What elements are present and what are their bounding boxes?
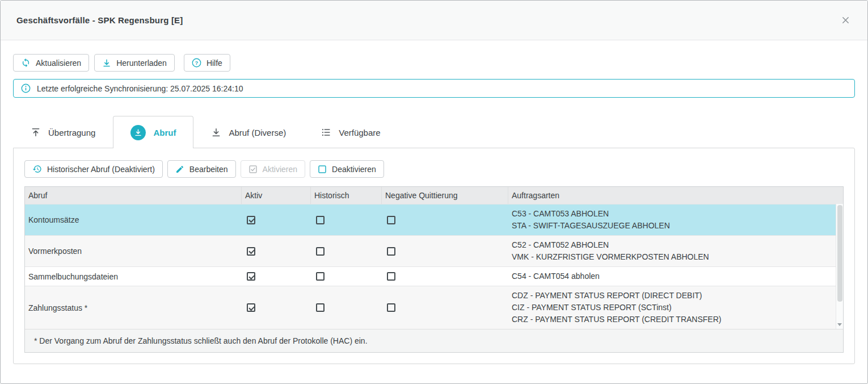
close-icon — [841, 16, 850, 24]
table-row[interactable]: Zahlungsstatus * CDZ - PAYMENT STATUS RE… — [25, 286, 843, 329]
checkbox-historisch[interactable] — [316, 247, 325, 256]
title-bar: Geschäftsvorfälle - SPK Regensburg [E] — [1, 1, 867, 40]
checkbox-negative-quittierung[interactable] — [387, 303, 395, 312]
activate-button-label: Aktivieren — [263, 165, 297, 174]
column-header-historisch: Historisch — [311, 187, 382, 204]
download-button-label: Herunterladen — [116, 59, 167, 68]
toolbar: Aktualisieren Herunterladen ? Hilfe — [13, 54, 855, 72]
deactivate-button[interactable]: Deaktivieren — [310, 160, 384, 178]
table-header: Abruf Aktiv Historisch Negative Quittier… — [25, 187, 843, 204]
list-icon — [321, 127, 331, 137]
tab-abruf-diverse[interactable]: Abruf (Diverse) — [193, 116, 304, 148]
download-circle-icon — [130, 125, 146, 140]
cell-auftragsarten: C52 - CAMT052 ABHOLEN VMK - KURZFRISTIGE… — [508, 236, 843, 266]
orders-table: Abruf Aktiv Historisch Negative Quittier… — [24, 186, 844, 353]
checkbox-historisch[interactable] — [316, 303, 325, 312]
table-actions: Historischer Abruf (Deaktiviert) Bearbei… — [24, 160, 844, 178]
checkbox-aktiv[interactable] — [247, 247, 255, 256]
tab-verfuegbare[interactable]: Verfügbare — [304, 116, 398, 148]
cell-auftragsarten: C53 - CAMT053 ABHOLEN STA - SWIFT-TAGESA… — [508, 204, 843, 235]
download-button[interactable]: Herunterladen — [94, 54, 175, 72]
edit-button-label: Bearbeiten — [189, 165, 228, 174]
cell-abruf: Zahlungsstatus * — [25, 300, 242, 316]
help-button-label: Hilfe — [207, 59, 222, 68]
sync-status-text: Letzte erfolgreiche Synchronisierung: 25… — [37, 84, 243, 93]
pencil-icon — [175, 165, 184, 174]
table-row[interactable]: Sammelbuchungsdateien C54 - CAMT054 abho… — [25, 266, 843, 286]
column-header-auftragsarten: Auftragsarten — [508, 187, 843, 204]
checkbox-negative-quittierung[interactable] — [387, 216, 395, 224]
historical-fetch-button[interactable]: Historischer Abruf (Deaktiviert) — [24, 160, 163, 178]
download-icon — [102, 59, 111, 68]
window-title: Geschäftsvorfälle - SPK Regensburg [E] — [16, 15, 183, 25]
history-icon — [32, 164, 42, 174]
refresh-icon — [21, 58, 31, 68]
tab-bar: Übertragung Abruf Abruf (Diverse) Verfüg… — [13, 116, 855, 148]
tab-uebertragung[interactable]: Übertragung — [13, 116, 113, 148]
deactivate-button-label: Deaktivieren — [332, 165, 376, 174]
refresh-button-label: Aktualisieren — [36, 59, 81, 68]
dialog-geschaeftsvorfaelle: Geschäftsvorfälle - SPK Regensburg [E] A… — [0, 0, 868, 384]
table-body: Kontoumsätze C53 - CAMT053 ABHOLEN STA -… — [25, 204, 843, 329]
info-icon — [21, 84, 31, 93]
checkbox-aktiv[interactable] — [247, 272, 255, 281]
table-scrollbar[interactable] — [836, 204, 843, 329]
help-button[interactable]: ? Hilfe — [184, 54, 230, 72]
historical-fetch-label: Historischer Abruf (Deaktiviert) — [47, 165, 155, 174]
column-header-abruf: Abruf — [25, 187, 242, 204]
checkbox-historisch[interactable] — [316, 272, 325, 281]
tab-label: Übertragung — [48, 128, 95, 137]
cell-abruf: Kontoumsätze — [25, 212, 242, 228]
checkbox-empty-icon — [318, 165, 327, 174]
activate-button[interactable]: Aktivieren — [241, 160, 305, 178]
scrollbar-thumb[interactable] — [837, 205, 842, 302]
svg-text:?: ? — [195, 60, 198, 66]
sync-info-banner: Letzte erfolgreiche Synchronisierung: 25… — [13, 79, 855, 98]
table-row[interactable]: Vormerkposten C52 - CAMT052 ABHOLEN VMK … — [25, 235, 843, 266]
tab-abruf[interactable]: Abruf — [113, 116, 193, 148]
column-header-aktiv: Aktiv — [242, 187, 311, 204]
checkbox-checked-icon — [248, 165, 258, 174]
cell-auftragsarten: C54 - CAMT054 abholen — [508, 267, 843, 286]
help-icon: ? — [192, 58, 201, 68]
checkbox-negative-quittierung[interactable] — [387, 272, 395, 281]
edit-button[interactable]: Bearbeiten — [167, 160, 236, 178]
cell-abruf: Sammelbuchungsdateien — [25, 269, 242, 285]
cell-abruf: Vormerkposten — [25, 243, 242, 259]
column-header-negative-quittierung: Negative Quittierung — [382, 187, 508, 204]
abruf-tab-panel: Historischer Abruf (Deaktiviert) Bearbei… — [13, 148, 855, 364]
checkbox-negative-quittierung[interactable] — [387, 247, 395, 256]
table-row[interactable]: Kontoumsätze C53 - CAMT053 ABHOLEN STA -… — [25, 204, 843, 235]
close-button[interactable] — [837, 12, 854, 29]
download-icon — [211, 127, 221, 137]
refresh-button[interactable]: Aktualisieren — [13, 54, 89, 72]
table-footnote: * Der Vorgang zum Abruf der Zahlungsstat… — [25, 329, 843, 352]
checkbox-aktiv[interactable] — [247, 303, 255, 312]
upload-icon — [31, 127, 41, 137]
tab-label: Abruf (Diverse) — [229, 128, 286, 137]
cell-auftragsarten: CDZ - PAYMENT STATUS REPORT (DIRECT DEBI… — [508, 286, 843, 329]
tab-label: Verfügbare — [339, 128, 380, 137]
checkbox-aktiv[interactable] — [247, 216, 255, 224]
tab-label: Abruf — [153, 128, 176, 137]
scroll-down-arrow-icon[interactable] — [837, 323, 842, 326]
checkbox-historisch[interactable] — [316, 216, 325, 224]
